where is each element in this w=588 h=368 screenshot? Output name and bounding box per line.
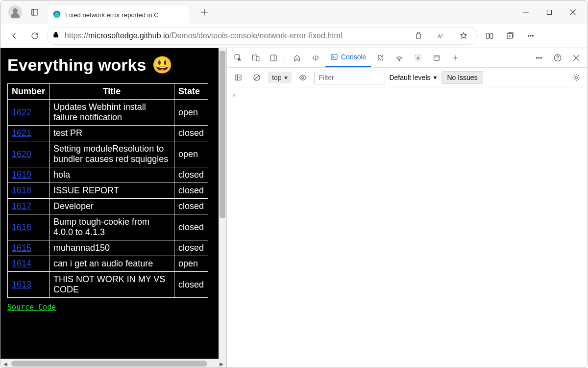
clear-console-icon[interactable] <box>249 70 264 85</box>
split-screen-icon[interactable] <box>481 27 498 45</box>
back-button[interactable] <box>5 27 23 45</box>
tab-performance[interactable] <box>409 49 427 67</box>
scroll-left-arrow[interactable]: ◂ <box>1 360 9 368</box>
issue-state-cell: closed <box>174 126 208 141</box>
svg-rect-29 <box>235 75 241 80</box>
dock-side-icon[interactable] <box>265 50 282 66</box>
tab-actions-icon[interactable] <box>26 3 44 21</box>
devtools-tab-bar: Console <box>227 48 588 68</box>
tab-network[interactable] <box>391 49 408 67</box>
svg-point-32 <box>575 76 578 79</box>
tab-more[interactable] <box>446 49 464 67</box>
toggle-sidebar-icon[interactable] <box>231 70 245 85</box>
issues-button[interactable]: No Issues <box>441 71 483 84</box>
live-expression-icon[interactable] <box>295 70 310 85</box>
issue-title-cell: Developer <box>49 199 174 214</box>
svg-rect-4 <box>53 34 58 38</box>
console-filter-input[interactable] <box>314 71 385 84</box>
refresh-button[interactable] <box>26 27 44 45</box>
new-tab-button[interactable] <box>196 3 213 21</box>
issue-title-cell: Updates Webhint install failure notifica… <box>49 100 174 126</box>
vertical-scroll-thumb[interactable] <box>220 51 225 218</box>
page-viewport[interactable]: Everything works 😃 Number Title State 16… <box>0 48 226 359</box>
inspect-icon[interactable] <box>230 50 246 66</box>
issue-title-cell: Setting moduleResolution to bundler caus… <box>49 141 174 167</box>
source-code-link[interactable]: Source Code <box>7 303 56 312</box>
console-settings-icon[interactable] <box>569 70 584 85</box>
profile-avatar[interactable] <box>8 5 22 19</box>
vertical-scrollbar[interactable] <box>219 48 226 359</box>
issue-number-link[interactable]: 1619 <box>12 170 31 180</box>
issue-state-cell: closed <box>174 199 208 214</box>
svg-point-28 <box>557 59 558 60</box>
devtools-close-icon[interactable] <box>568 50 585 66</box>
more-menu-icon[interactable] <box>522 27 539 45</box>
shopping-icon[interactable] <box>410 27 427 45</box>
tab-sources[interactable] <box>372 49 390 67</box>
table-row: 1619holaclosed <box>8 167 208 183</box>
tab-elements[interactable] <box>307 49 324 67</box>
issue-number-link[interactable]: 1616 <box>12 222 31 232</box>
window-close-button[interactable] <box>562 3 584 21</box>
svg-rect-16 <box>331 54 337 60</box>
browser-toolbar: https://microsoftedge.github.io/Demos/de… <box>0 24 588 48</box>
dropdown-caret-icon: ▾ <box>284 74 288 81</box>
horizontal-scrollbar[interactable]: ◂ ▸ <box>0 359 226 368</box>
issue-number-link[interactable]: 1621 <box>12 128 31 138</box>
collections-icon[interactable] <box>501 27 519 45</box>
console-output[interactable]: › <box>227 87 588 368</box>
svg-point-11 <box>532 35 533 36</box>
svg-point-10 <box>530 35 531 36</box>
svg-point-21 <box>399 60 400 61</box>
devtools-help-icon[interactable] <box>549 50 566 66</box>
scroll-right-arrow[interactable]: ▸ <box>218 360 225 368</box>
tab-application[interactable] <box>428 49 445 67</box>
horizontal-scroll-thumb[interactable] <box>11 361 207 367</box>
favorite-icon[interactable] <box>455 27 472 45</box>
issue-title-cell: muhannad150 <box>49 240 174 256</box>
issue-number-link[interactable]: 1620 <box>12 149 31 159</box>
table-row: 1620Setting moduleResolution to bundler … <box>8 141 208 167</box>
issue-state-cell: closed <box>174 214 208 240</box>
issue-title-cell: Bump tough-cookie from 4.0.0 to 4.1.3 <box>49 214 174 240</box>
window-minimize-button[interactable] <box>515 3 537 21</box>
issue-number-link[interactable]: 1618 <box>12 185 31 195</box>
issue-number-link[interactable]: 1614 <box>12 259 31 268</box>
device-toggle-icon[interactable] <box>247 50 264 66</box>
issue-number-link[interactable]: 1615 <box>12 243 31 253</box>
window-maximize-button[interactable] <box>539 3 560 21</box>
browser-tab-strip: Fixed network error reported in C <box>0 0 588 24</box>
tab-console-label: Console <box>341 53 366 61</box>
dropdown-caret-icon: ▼ <box>433 75 438 80</box>
read-aloud-icon[interactable]: A⁾⁾ <box>432 27 450 45</box>
col-number: Number <box>8 84 49 100</box>
tab-close-icon[interactable] <box>178 10 185 19</box>
page-heading: Everything works 😃 <box>7 55 207 75</box>
log-levels-selector[interactable]: Default levels ▼ <box>389 74 438 81</box>
svg-rect-1 <box>32 9 34 15</box>
edge-favicon-icon <box>52 10 61 19</box>
issue-number-link[interactable]: 1617 <box>12 201 31 211</box>
issues-table: Number Title State 1622Updates Webhint i… <box>7 83 208 298</box>
browser-tab[interactable]: Fixed network error reported in C <box>48 5 190 24</box>
issue-number-link[interactable]: 1613 <box>12 280 31 289</box>
col-state: State <box>174 84 208 100</box>
issue-title-cell: hola <box>49 167 174 183</box>
svg-point-25 <box>539 57 539 58</box>
issue-title-cell: can i get an audio feature <box>49 256 174 272</box>
log-levels-label: Default levels <box>389 74 430 81</box>
address-bar[interactable]: https://microsoftedge.github.io/Demos/de… <box>47 27 478 45</box>
tab-welcome[interactable] <box>288 49 306 67</box>
svg-rect-15 <box>270 55 276 61</box>
url-text: https://microsoftedge.github.io/Demos/de… <box>65 31 342 40</box>
site-info-icon[interactable] <box>52 31 60 41</box>
table-row: 1621test PRclosed <box>8 126 208 141</box>
tab-console[interactable]: Console <box>325 49 371 67</box>
context-selector[interactable]: top ▾ <box>268 72 292 83</box>
col-title: Title <box>49 84 174 100</box>
issue-number-link[interactable]: 1622 <box>12 107 31 117</box>
svg-rect-7 <box>490 33 493 39</box>
devtools-more-icon[interactable] <box>531 50 547 66</box>
issue-state-cell: closed <box>174 240 208 256</box>
issue-state-cell: closed <box>174 272 208 298</box>
